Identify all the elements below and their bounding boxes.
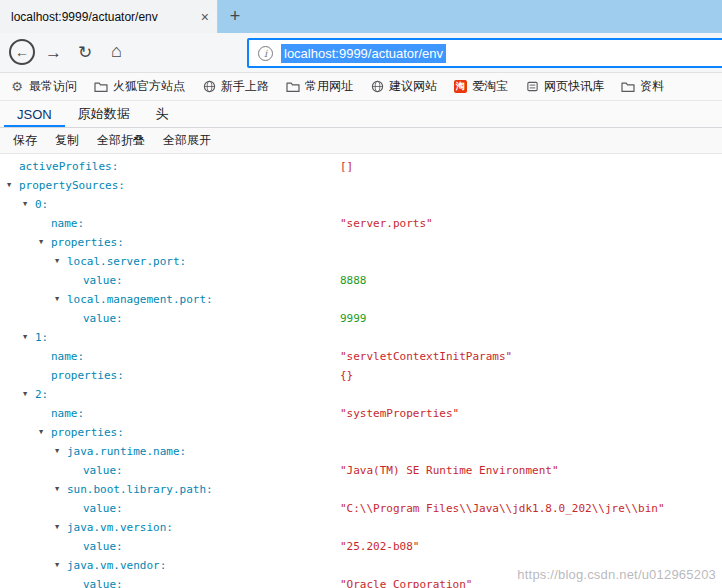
bookmark-label: 建议网站 (389, 78, 437, 95)
json-key: value: (83, 537, 123, 556)
json-key[interactable]: 2: (35, 385, 48, 404)
json-key: value: (83, 271, 123, 290)
toolbar-button-expand-all[interactable]: 全部展开 (155, 129, 219, 152)
json-value: "servletContextInitParams" (340, 347, 512, 366)
json-key[interactable]: java.runtime.name: (67, 442, 186, 461)
json-key[interactable]: local.management.port: (67, 290, 213, 309)
close-tab-icon[interactable]: × (201, 10, 209, 24)
expander-arrow-icon[interactable]: ▼ (39, 423, 43, 442)
folder-icon (286, 80, 300, 94)
json-key: name: (51, 404, 84, 423)
url-input[interactable]: localhost:9999/actuator/env (281, 44, 446, 63)
bookmark-item[interactable]: 建议网站 (370, 78, 437, 95)
json-row: activeProfiles:[] (0, 157, 722, 176)
toolbar-button-collapse-all[interactable]: 全部折叠 (89, 129, 153, 152)
json-row: ▼propertySources: (0, 176, 722, 195)
json-row: name:"systemProperties" (0, 404, 722, 423)
expander-arrow-icon[interactable]: ▼ (55, 442, 59, 461)
bookmark-label: 最常访问 (29, 78, 77, 95)
json-value: "server.ports" (340, 214, 433, 233)
json-value: 9999 (340, 309, 367, 328)
json-row: properties:{} (0, 366, 722, 385)
json-key[interactable]: java.vm.vendor: (67, 556, 166, 575)
json-row: value:9999 (0, 309, 722, 328)
json-row: value:"Java(TM) SE Runtime Environment" (0, 461, 722, 480)
json-key: name: (51, 347, 84, 366)
expander-arrow-icon[interactable]: ▼ (23, 385, 27, 404)
toolbar-button-copy[interactable]: 复制 (47, 129, 87, 152)
json-viewer-tab-bar: JSON原始数据头 (0, 101, 722, 128)
expander-arrow-icon[interactable]: ▼ (23, 195, 27, 214)
viewer-tab-json[interactable]: JSON (4, 101, 65, 127)
json-row: ▼properties: (0, 233, 722, 252)
bookmark-item[interactable]: 新手上路 (202, 78, 269, 95)
bookmark-item[interactable]: 常用网址 (286, 78, 353, 95)
json-key[interactable]: java.vm.version: (67, 518, 173, 537)
json-value: "25.202-b08" (340, 537, 419, 556)
folder-icon (94, 80, 108, 94)
json-key: value: (83, 309, 123, 328)
library-icon (525, 80, 539, 94)
expander-arrow-icon[interactable]: ▼ (55, 518, 59, 537)
home-button[interactable]: ⌂ (111, 41, 122, 62)
forward-icon: → (45, 43, 62, 63)
bookmark-item[interactable]: 火狐官方站点 (94, 78, 185, 95)
json-key[interactable]: properties: (51, 233, 124, 252)
expander-arrow-icon[interactable]: ▼ (55, 480, 59, 499)
bookmark-item[interactable]: ⚙最常访问 (10, 78, 77, 95)
json-key: activeProfiles: (19, 157, 118, 176)
viewer-tab-headers[interactable]: 头 (143, 101, 182, 127)
globe-icon (370, 80, 384, 94)
back-button[interactable]: ← (9, 39, 35, 65)
toolbar-button-save[interactable]: 保存 (5, 129, 45, 152)
json-row: name:"server.ports" (0, 214, 722, 233)
json-key: name: (51, 214, 84, 233)
json-row: ▼properties: (0, 423, 722, 442)
expander-arrow-icon[interactable]: ▼ (55, 252, 59, 271)
json-key[interactable]: sun.boot.library.path: (67, 480, 213, 499)
json-row: name:"servletContextInitParams" (0, 347, 722, 366)
info-icon[interactable]: i (258, 46, 273, 61)
json-value: [] (340, 157, 353, 176)
expander-arrow-icon[interactable]: ▼ (39, 233, 43, 252)
json-row: ▼2: (0, 385, 722, 404)
expander-arrow-icon[interactable]: ▼ (7, 176, 11, 195)
reload-icon: ↻ (78, 42, 92, 63)
bookmark-item[interactable]: 资料 (621, 78, 664, 95)
expander-arrow-icon[interactable]: ▼ (55, 556, 59, 575)
json-value: 8888 (340, 271, 367, 290)
bookmarks-toolbar: ⚙最常访问火狐官方站点新手上路常用网址建议网站淘爱淘宝网页快讯库资料 (0, 73, 722, 101)
back-icon: ← (15, 44, 29, 60)
json-key[interactable]: 1: (35, 328, 48, 347)
json-value: "Oracle Corporation" (340, 575, 472, 588)
bookmark-item[interactable]: 淘爱淘宝 (454, 78, 508, 95)
bookmark-label: 常用网址 (305, 78, 353, 95)
json-row: ▼java.vm.version: (0, 518, 722, 537)
json-row: value:"25.202-b08" (0, 537, 722, 556)
json-key[interactable]: local.server.port: (67, 252, 186, 271)
url-bar[interactable]: i localhost:9999/actuator/env (247, 38, 722, 68)
json-key[interactable]: propertySources: (19, 176, 125, 195)
browser-tab[interactable]: localhost:9999/actuator/env × (0, 0, 218, 33)
taobao-icon: 淘 (454, 80, 467, 93)
bookmark-label: 火狐官方站点 (113, 78, 185, 95)
forward-button[interactable]: → (45, 43, 62, 63)
expander-arrow-icon[interactable]: ▼ (23, 328, 27, 347)
home-icon: ⌂ (111, 41, 122, 62)
json-key[interactable]: 0: (35, 195, 48, 214)
new-tab-button[interactable]: + (218, 0, 252, 33)
json-row: value:"Oracle Corporation" (0, 575, 722, 588)
viewer-tab-raw-data[interactable]: 原始数据 (65, 101, 143, 127)
json-value: "Java(TM) SE Runtime Environment" (340, 461, 559, 480)
json-key[interactable]: properties: (51, 423, 124, 442)
json-row: ▼1: (0, 328, 722, 347)
tab-title: localhost:9999/actuator/env (11, 10, 195, 24)
expander-arrow-icon[interactable]: ▼ (55, 290, 59, 309)
json-value: {} (340, 366, 353, 385)
reload-button[interactable]: ↻ (78, 42, 92, 63)
json-row: value:"C:\\Program Files\\Java\\jdk1.8.0… (0, 499, 722, 518)
bookmark-item[interactable]: 网页快讯库 (525, 78, 604, 95)
json-tree: activeProfiles:[]▼propertySources:▼0:nam… (0, 154, 722, 588)
json-key: value: (83, 575, 123, 588)
json-row: ▼java.runtime.name: (0, 442, 722, 461)
